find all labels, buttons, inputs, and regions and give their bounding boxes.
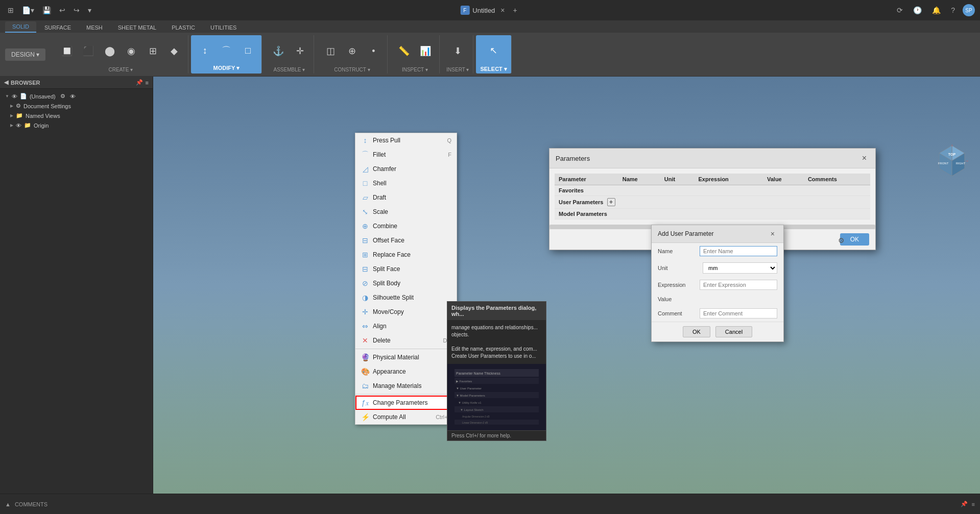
add-param-expression-label: Expression xyxy=(658,282,696,288)
design-button[interactable]: DESIGN ▾ xyxy=(5,48,45,61)
params-close-button[interactable]: × xyxy=(859,153,869,164)
grid-menu-button[interactable]: ⊞ xyxy=(5,5,16,15)
group-inspect: 📏 📊 INSPECT ▾ xyxy=(390,35,440,74)
browser-item-doc-settings[interactable]: ▶ ⚙ Document Settings xyxy=(3,101,150,111)
browser-settings-icon[interactable]: ≡ xyxy=(146,80,149,86)
undo-button[interactable]: ↩ xyxy=(57,5,68,15)
axis-button[interactable]: ⊕ xyxy=(342,42,362,60)
add-user-param-button[interactable]: + xyxy=(607,198,615,206)
group-insert: ⬇ INSERT ▾ xyxy=(442,35,473,74)
select-button[interactable]: ↖ xyxy=(484,42,504,59)
joint-button[interactable]: ⚓ xyxy=(269,42,288,60)
menu-item-combine[interactable]: ⊕ Combine xyxy=(355,219,457,233)
press-pull-ribbon-button[interactable]: ↕ xyxy=(195,42,214,59)
menu-item-split-body[interactable]: ⊘ Split Body xyxy=(355,276,457,290)
array-icon: ⊞ xyxy=(146,44,160,58)
analysis-button[interactable]: 📊 xyxy=(416,42,435,60)
menu-item-silhouette-split[interactable]: ◑ Silhouette Split xyxy=(355,290,457,305)
assemble-label: ASSEMBLE ▾ xyxy=(273,67,305,74)
browser-item-root[interactable]: ▼ 👁 📄 (Unsaved) ⚙ 👁 xyxy=(3,91,150,101)
visibility-icon[interactable]: 👁 xyxy=(70,93,76,100)
params-section-user: User Parameters + xyxy=(555,196,870,209)
menu-item-appearance[interactable]: 🎨 Appearance A xyxy=(355,364,457,379)
file-menu-button[interactable]: 📄▾ xyxy=(19,5,37,15)
viewport[interactable]: ↕ Press Pull Q ⌒ Fillet F ◿ Chamfer □ Sh… xyxy=(153,77,980,494)
box-button[interactable]: ⬛ xyxy=(79,42,98,60)
browser-item-named-views[interactable]: ▶ 📁 Named Views xyxy=(3,111,150,120)
menu-item-draft[interactable]: ▱ Draft xyxy=(355,190,457,205)
add-param-cancel-button[interactable]: Cancel xyxy=(715,326,752,337)
add-param-ok-button[interactable]: OK xyxy=(683,326,710,337)
new-component-icon: 🔲 xyxy=(60,44,74,58)
add-param-expression-row: Expression xyxy=(652,277,783,293)
add-param-unit-select[interactable]: mm cm m in ft deg rad xyxy=(703,262,777,274)
menu-item-move-copy[interactable]: ✛ Move/Copy M xyxy=(355,305,457,319)
menu-item-press-pull[interactable]: ↕ Press Pull Q xyxy=(355,133,457,148)
menu-item-shell[interactable]: □ Shell xyxy=(355,176,457,190)
browser-collapse-icon[interactable]: ◀ xyxy=(4,79,8,86)
comments-settings-icon[interactable]: ≡ xyxy=(972,501,975,507)
add-param-name-input[interactable] xyxy=(700,246,777,256)
eye-icon[interactable]: 👁 xyxy=(12,93,17,100)
new-component-button[interactable]: 🔲 xyxy=(57,42,77,60)
construct-label: CONSTRUCT ▾ xyxy=(334,67,370,74)
menu-item-split-face[interactable]: ⊟ Split Face xyxy=(355,262,457,276)
sphere-button[interactable]: ◉ xyxy=(122,42,141,60)
menu-separator-2 xyxy=(355,394,457,395)
tab-surface[interactable]: SURFACE xyxy=(37,22,78,33)
comments-pin-icon[interactable]: 📌 xyxy=(961,501,968,507)
eye-icon-origin[interactable]: 👁 xyxy=(16,123,21,129)
shell-ribbon-button[interactable]: □ xyxy=(238,42,257,59)
assemble-move-button[interactable]: ✛ xyxy=(290,42,309,60)
tab-sheet-metal[interactable]: SHEET METAL xyxy=(111,22,163,33)
point-button[interactable]: • xyxy=(364,42,383,60)
user-button[interactable]: SP xyxy=(963,4,975,16)
nav-cube[interactable]: TOP RIGHT FRONT ↑ → xyxy=(934,143,970,179)
menu-item-chamfer[interactable]: ◿ Chamfer xyxy=(355,162,457,176)
refresh-button[interactable]: ⟳ xyxy=(894,5,905,15)
menu-item-align[interactable]: ⇔ Align xyxy=(355,319,457,333)
params-settings-button[interactable]: ⚙ xyxy=(835,235,847,246)
tab-solid[interactable]: SOLID xyxy=(5,21,36,33)
menu-item-replace-face[interactable]: ⊞ Replace Face xyxy=(355,248,457,262)
menu-item-fillet[interactable]: ⌒ Fillet F xyxy=(355,148,457,162)
close-tab-button[interactable]: × xyxy=(498,5,507,15)
browser-item-origin[interactable]: ▶ 👁 📁 Origin xyxy=(3,120,150,130)
add-tab-button[interactable]: + xyxy=(511,5,520,15)
cylinder-button[interactable]: ⬤ xyxy=(100,42,119,60)
browser-pin-icon[interactable]: 📌 xyxy=(136,79,143,86)
help-button[interactable]: ? xyxy=(948,5,958,15)
menu-item-delete[interactable]: ✕ Delete Del xyxy=(355,333,457,348)
menu-item-scale[interactable]: ⤡ Scale xyxy=(355,205,457,219)
comments-collapse-icon[interactable]: ▲ xyxy=(5,501,11,507)
menu-label-combine: Combine xyxy=(373,223,448,230)
plane-button[interactable]: ◫ xyxy=(321,42,340,60)
array-button[interactable]: ⊞ xyxy=(143,42,162,60)
redo-button[interactable]: ↪ xyxy=(71,5,82,15)
menu-item-offset-face[interactable]: ⊟ Offset Face xyxy=(355,233,457,248)
save-button[interactable]: 💾 xyxy=(40,5,54,15)
gear-icon[interactable]: ⚙ xyxy=(60,93,65,100)
add-param-dialog-header: Add User Parameter × xyxy=(652,225,783,243)
add-param-expression-input[interactable] xyxy=(700,280,777,290)
tab-plastic[interactable]: PLASTIC xyxy=(164,22,202,33)
folder-icon-origin: 📁 xyxy=(24,122,31,129)
menu-item-change-parameters[interactable]: ƒ𝑥 Change Parameters ⋮ xyxy=(355,396,457,410)
menu-item-manage-materials[interactable]: 🗂 Manage Materials xyxy=(355,379,457,393)
add-param-comment-input[interactable] xyxy=(700,308,777,319)
clock-button[interactable]: 🕐 xyxy=(911,5,924,15)
notification-button[interactable]: 🔔 xyxy=(929,5,943,15)
favorites-label: Favorites xyxy=(555,185,870,196)
extra-menu-button[interactable]: ▾ xyxy=(85,5,94,15)
insert-button[interactable]: ⬇ xyxy=(448,42,467,60)
menu-item-physical-material[interactable]: 🔮 Physical Material xyxy=(355,350,457,364)
measure-button[interactable]: 📏 xyxy=(394,42,414,60)
menu-item-compute-all[interactable]: ⚡ Compute All Ctrl+B xyxy=(355,410,457,424)
fillet-ribbon-button[interactable]: ⌒ xyxy=(217,42,236,59)
tab-utilities[interactable]: UTILITIES xyxy=(203,22,244,33)
add-param-unit-label: Unit xyxy=(658,265,699,271)
tab-mesh[interactable]: MESH xyxy=(79,22,110,33)
diamond-button[interactable]: ◆ xyxy=(164,42,184,60)
browser-item-label-root: (Unsaved) xyxy=(30,93,56,100)
add-param-close-button[interactable]: × xyxy=(768,229,777,239)
